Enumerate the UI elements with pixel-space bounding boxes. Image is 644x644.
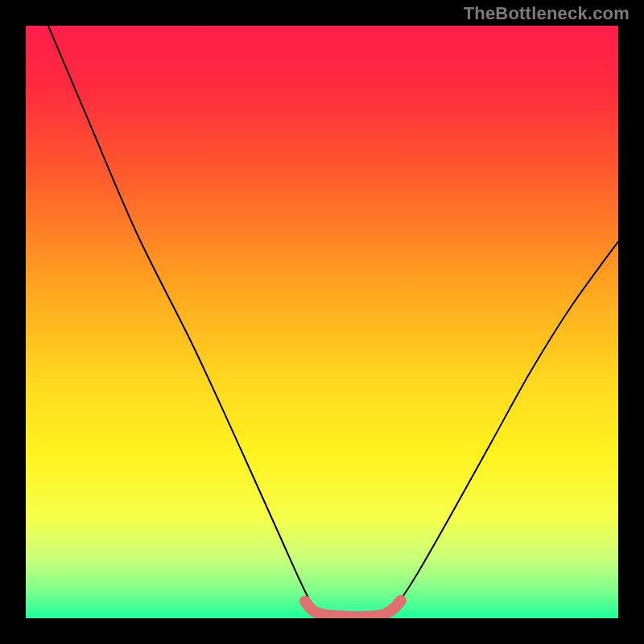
- chart-frame: { "watermark": "TheBottleneck.com", "cha…: [0, 0, 644, 644]
- chart-svg: [0, 0, 644, 644]
- watermark-text: TheBottleneck.com: [464, 3, 630, 24]
- plot-background: [26, 26, 618, 618]
